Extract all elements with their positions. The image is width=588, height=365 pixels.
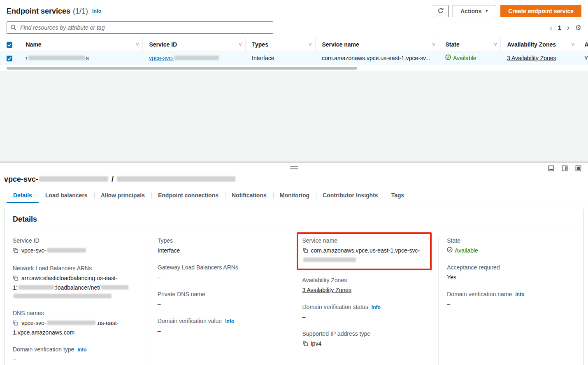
details-card: Details Service ID vpce-svc- Network Loa… [4,209,584,365]
column-filter-icon[interactable]: ▽ [432,42,435,46]
split-panel-side-position-icon[interactable] [562,165,568,171]
redacted-text [39,176,108,182]
copy-icon[interactable] [13,247,19,256]
row-select-cell[interactable] [0,51,19,65]
table-header-row: Name ▽ Service ID ▽ Types ▽ Service name… [0,38,588,51]
column-header-name[interactable]: Name ▽ [19,38,142,51]
column-header-state[interactable]: State ▽ [439,38,500,51]
field-availability-zones: Availability Zones 3 Availability Zones [302,277,430,295]
split-panel-bottom-position-icon[interactable] [548,165,554,171]
copy-icon[interactable] [13,275,19,283]
search-box [7,21,273,34]
actions-dropdown-button[interactable]: Actions ▼ [453,5,496,17]
column-filter-icon[interactable]: ▽ [239,42,242,46]
availability-zones-link[interactable]: 3 Availability Zones [507,55,556,61]
field-supported-ip-address-type: Supported IP address type ipv4 [302,330,430,349]
info-link[interactable]: Info [225,318,234,324]
field-service-name: Service name com.amazonaws.vpce.us-east-… [302,237,426,264]
copy-icon[interactable] [13,320,19,328]
copy-icon[interactable] [302,247,308,256]
check-circle-icon [447,246,453,255]
cell-availability-zones: 3 Availability Zones [500,51,578,65]
service-id-value: vpce-svc- [13,246,141,256]
detail-tabs: Details Load balancers Allow principals … [0,188,588,203]
field-domain-verification-type: Domain verification typeInfo – [13,346,141,364]
info-link[interactable]: Info [77,347,86,353]
check-circle-icon [445,54,451,61]
split-panel-drag-handle[interactable] [290,166,298,171]
tab-monitoring[interactable]: Monitoring [273,188,316,203]
tab-details[interactable]: Details [7,188,39,203]
tab-load-balancers[interactable]: Load balancers [39,188,94,203]
pagination: ‹ 1 › ⚙ [550,23,581,32]
previous-page-icon[interactable]: ‹ [550,24,552,31]
tab-endpoint-connections[interactable]: Endpoint connections [151,188,225,203]
details-column-4: State Available [439,237,583,365]
column-filter-icon[interactable]: ▽ [572,42,574,46]
resource-count: (1/1) [73,7,88,16]
column-header-service-name[interactable]: Service name ▽ [315,38,439,51]
tab-notifications[interactable]: Notifications [225,188,273,203]
details-card-body: Service ID vpce-svc- Network Load Balanc… [5,229,583,365]
field-nlb-arns: Network Load Balancers ARNs arn:aws:elas… [13,265,141,301]
status-available: Available [445,54,476,61]
column-header-availability-zones[interactable]: Availability Zones ▽ [500,38,578,51]
status-available: Available [447,246,478,255]
row-checkbox[interactable] [7,56,12,61]
page-info-link[interactable]: Info [92,8,101,14]
service-name-value: com.amazonaws.vpce.us-east-1.vpce-svc- [302,246,426,264]
availability-zones-link[interactable]: 3 Availability Zones [302,287,352,293]
preferences-gear-icon[interactable]: ⚙ [575,23,581,32]
cell-name: rs [19,51,142,65]
redacted-text [19,285,54,290]
info-link[interactable]: Info [515,292,524,297]
details-card-header: Details [5,209,583,229]
content-background [0,71,588,162]
field-state: State Available [447,237,575,255]
cell-service-id: vpce-svc- [142,51,245,65]
split-panel-window-position-icon[interactable] [575,165,581,171]
endpoint-services-table: Name ▽ Service ID ▽ Types ▽ Service name… [0,38,588,65]
tab-allow-principals[interactable]: Allow principals [94,188,151,203]
search-input[interactable] [7,21,273,34]
column-filter-icon[interactable]: ▽ [494,42,497,46]
cell-service-name: com.amazonaws.vpce.us-east-1.vpce-sv... [315,51,439,65]
column-filter-icon[interactable]: ▽ [309,42,312,46]
copy-icon[interactable] [302,340,308,349]
info-link[interactable]: Info [372,304,381,310]
filter-row: ‹ 1 › ⚙ [0,20,588,38]
create-endpoint-service-button[interactable]: Create endpoint service [500,5,581,17]
service-id-link[interactable]: vpce-svc- [149,55,220,61]
next-page-icon[interactable]: › [567,24,569,31]
column-header-types[interactable]: Types ▽ [245,38,315,51]
horizontal-scrollbar-thumb[interactable] [7,67,357,70]
refresh-button[interactable] [433,5,449,17]
tab-contributor-insights[interactable]: Contributor Insights [316,188,385,203]
redacted-text [47,248,86,253]
horizontal-scrollbar-track[interactable] [0,66,588,71]
page-header: Endpoint services (1/1) Info Actions ▼ C… [0,0,588,20]
table-container: Name ▽ Service ID ▽ Types ▽ Service name… [0,38,588,71]
field-private-dns-name: Private DNS name – [158,291,286,309]
endpoint-services-list-pane: Endpoint services (1/1) Info Actions ▼ C… [0,0,588,71]
table-row[interactable]: rs vpce-svc- Interface com.amazonaws.vpc… [0,51,588,65]
column-header-acceptance-truncated[interactable]: A [578,38,588,51]
chevron-down-icon: ▼ [485,9,488,13]
redacted-text [101,285,128,290]
redacted-text [28,56,85,60]
nlb-arns-value: arn:aws:elasticloadbalancing:us-east- 1:… [13,274,141,301]
column-filter-icon[interactable]: ▽ [136,42,139,46]
field-glb-arns: Gateway Load Balancers ARNs – [158,264,286,282]
dns-names-value: vpce-svc-.us-east- 1.vpce.amazonaws.com [13,319,141,337]
details-column-2: Types Interface Gateway Load Balancers A… [149,237,294,365]
details-column-3: Service name com.amazonaws.vpce.us-east-… [294,237,439,365]
column-header-service-id[interactable]: Service ID ▽ [142,38,245,51]
select-all-header[interactable] [0,38,19,51]
page-number[interactable]: 1 [558,24,561,31]
details-heading: Details [13,215,575,224]
split-panel-header-row [0,163,588,174]
tab-tags[interactable]: Tags [385,188,411,203]
header-actions: Actions ▼ Create endpoint service [433,5,581,17]
select-all-checkbox[interactable] [7,42,12,48]
field-domain-verification-value: Domain verification valueInfo – [158,318,286,335]
